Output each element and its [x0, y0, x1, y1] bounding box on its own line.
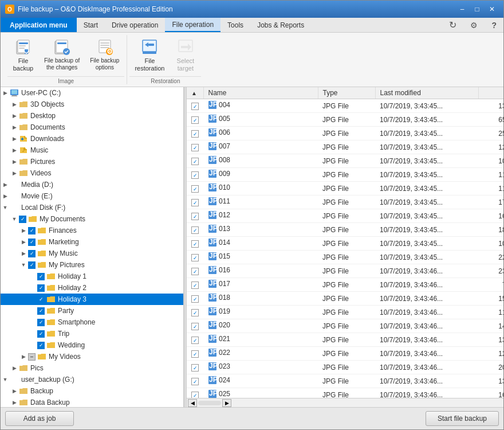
tree-checkbox[interactable]: ✓: [28, 250, 36, 257]
row-checkbox[interactable]: ✓: [191, 323, 199, 330]
file-backup-button[interactable]: File backup: [7, 35, 39, 75]
row-checkbox[interactable]: ✓: [191, 130, 199, 138]
tree-item-holiday3[interactable]: ▶✓Holiday 3: [1, 294, 183, 305]
tree-expand-icon[interactable]: ▶: [19, 237, 28, 247]
tree-expand-icon[interactable]: ▶: [19, 249, 28, 258]
table-row[interactable]: ✓JPG012JPG File10/7/2019, 3:43:45...166.…: [187, 209, 503, 223]
minimize-button[interactable]: –: [455, 3, 469, 15]
tree-item-smartphone[interactable]: ▶✓Smartphone: [1, 316, 183, 328]
row-check-cell[interactable]: ✓: [187, 237, 203, 251]
table-row[interactable]: ✓JPG006JPG File10/7/2019, 3:43:45...255.…: [187, 127, 503, 140]
row-checkbox[interactable]: ✓: [191, 144, 199, 151]
file-restoration-button[interactable]: Filerestoration: [129, 35, 170, 75]
row-check-cell[interactable]: ✓: [187, 113, 203, 127]
scroll-right-button[interactable]: ▶: [222, 399, 231, 407]
row-checkbox[interactable]: ✓: [191, 199, 199, 206]
tree-expand-icon[interactable]: ▶: [19, 226, 28, 235]
menu-item-app[interactable]: Application menu: [1, 18, 77, 32]
row-checkbox[interactable]: ✓: [191, 254, 199, 261]
tree-item-finances[interactable]: ▶✓Finances: [1, 225, 183, 236]
tree-item-my-pictures[interactable]: ▼✓My Pictures: [1, 259, 183, 271]
tree-expand-icon[interactable]: ▶: [10, 111, 19, 120]
tree-item-holiday2[interactable]: ▶✓Holiday 2: [1, 282, 183, 294]
col-header-modified[interactable]: Last modified: [375, 87, 478, 99]
row-check-cell[interactable]: ✓: [187, 196, 203, 209]
tree-item-pictures[interactable]: ▶Pictures: [1, 156, 183, 167]
tree-item-my-music[interactable]: ▶✓My Music: [1, 248, 183, 259]
tree-expand-icon[interactable]: ▶: [1, 88, 10, 97]
tree-item-user-pc[interactable]: ▶User-PC (C:): [1, 87, 183, 99]
table-row[interactable]: ✓JPG016JPG File10/7/2019, 3:43:46...233.…: [187, 264, 503, 278]
tree-item-media-d[interactable]: ▶Media (D:): [1, 179, 183, 190]
tree-expand-icon[interactable]: ▶: [10, 398, 19, 407]
col-header-type[interactable]: Type: [318, 87, 375, 99]
row-check-cell[interactable]: ✓: [187, 374, 203, 388]
tree-item-videos[interactable]: ▶Videos: [1, 167, 183, 179]
tree-item-data-backup[interactable]: ▶Data Backup: [1, 397, 183, 407]
row-check-cell[interactable]: ✓: [187, 292, 203, 306]
tree-item-movie-e[interactable]: ▶Movie (E:): [1, 190, 183, 202]
menu-item-file-operation[interactable]: File operation: [165, 18, 220, 32]
toolbar-help-button[interactable]: ?: [485, 18, 503, 32]
row-checkbox[interactable]: ✓: [191, 116, 199, 124]
table-row[interactable]: ✓JPG015JPG File10/7/2019, 3:43:45...224.…: [187, 251, 503, 264]
tree-item-documents[interactable]: ▶Documents: [1, 122, 183, 133]
table-row[interactable]: ✓JPG025JPG File10/7/2019, 3:43:46...162.…: [187, 388, 503, 398]
tree-expand-icon[interactable]: ▼: [10, 214, 19, 224]
tree-expand-icon[interactable]: ▶: [19, 352, 28, 361]
tree-checkbox[interactable]: ✓: [37, 296, 45, 303]
table-row[interactable]: ✓JPG014JPG File10/7/2019, 3:43:45...102.…: [187, 237, 503, 251]
tree-item-my-videos[interactable]: ▶–My Videos: [1, 351, 183, 362]
scroll-left-button[interactable]: ◀: [188, 399, 197, 407]
tree-expand-icon[interactable]: ▶: [10, 363, 19, 373]
tree-expand-icon[interactable]: ▶: [10, 100, 19, 109]
tree-item-party[interactable]: ▶✓Party: [1, 305, 183, 316]
menu-item-drive-operation[interactable]: Drive operation: [105, 18, 165, 32]
tree-item-my-documents[interactable]: ▼✓My Documents: [1, 213, 183, 225]
tree-checkbox[interactable]: –: [28, 353, 36, 361]
table-row[interactable]: ✓JPG005JPG File10/7/2019, 3:43:45...655.…: [187, 113, 503, 127]
tree-item-wedding[interactable]: ▶✓Wedding: [1, 339, 183, 351]
tree-checkbox[interactable]: ✓: [37, 307, 45, 315]
row-check-cell[interactable]: ✓: [187, 99, 203, 113]
row-checkbox[interactable]: ✓: [191, 240, 199, 248]
horizontal-scrollbar[interactable]: ◀ ▶: [187, 398, 503, 407]
tree-item-user-backup-g[interactable]: ▼user_backup (G:): [1, 374, 183, 385]
tree-checkbox[interactable]: ✓: [37, 284, 45, 292]
row-checkbox[interactable]: ✓: [191, 213, 199, 220]
row-check-cell[interactable]: ✓: [187, 168, 203, 182]
row-check-cell[interactable]: ✓: [187, 388, 203, 398]
table-row[interactable]: ✓JPG013JPG File10/7/2019, 3:43:45...183.…: [187, 223, 503, 237]
tree-expand-icon[interactable]: ▶: [1, 180, 10, 189]
tree-expand-icon[interactable]: ▼: [1, 375, 10, 384]
tree-expand-icon[interactable]: ▶: [10, 169, 19, 178]
table-row[interactable]: ✓JPG004JPG File10/7/2019, 3:43:45...136.…: [187, 99, 503, 113]
tree-expand-icon[interactable]: ▼: [19, 260, 28, 269]
toolbar-refresh-button[interactable]: ↻: [442, 18, 463, 32]
tree-checkbox[interactable]: ✓: [37, 330, 45, 338]
col-header-size[interactable]: S: [478, 87, 503, 99]
table-row[interactable]: ✓JPG021JPG File10/7/2019, 3:43:46...132.…: [187, 333, 503, 347]
file-backup-changes-button[interactable]: File backup ofthe changes: [39, 35, 85, 75]
row-checkbox[interactable]: ✓: [191, 268, 199, 275]
tree-expand-icon[interactable]: ▶: [10, 134, 19, 143]
menu-item-jobs-reports[interactable]: Jobs & Reports: [250, 18, 311, 32]
table-row[interactable]: ✓JPG011JPG File10/7/2019, 3:43:45...175.…: [187, 196, 503, 209]
row-checkbox[interactable]: ✓: [191, 226, 199, 234]
tree-item-music[interactable]: ▶♪Music: [1, 144, 183, 156]
file-backup-options-button[interactable]: ⚙ File backupoptions: [85, 35, 124, 75]
tree-item-3d-objects[interactable]: ▶3D Objects: [1, 99, 183, 110]
tree-checkbox[interactable]: ✓: [28, 239, 36, 246]
table-row[interactable]: ✓JPG024JPG File10/7/2019, 3:43:46...135.…: [187, 374, 503, 388]
table-row[interactable]: ✓JPG020JPG File10/7/2019, 3:43:46...147.…: [187, 319, 503, 333]
row-check-cell[interactable]: ✓: [187, 154, 203, 168]
table-row[interactable]: ✓JPG008JPG File10/7/2019, 3:43:45...109.…: [187, 154, 503, 168]
row-check-cell[interactable]: ✓: [187, 251, 203, 264]
menu-item-start[interactable]: Start: [77, 18, 105, 32]
table-row[interactable]: ✓JPG019JPG File10/7/2019, 3:43:46...118.…: [187, 306, 503, 319]
tree-expand-icon[interactable]: ▶: [10, 157, 19, 166]
tree-checkbox[interactable]: ✓: [37, 319, 45, 326]
row-check-cell[interactable]: ✓: [187, 361, 203, 374]
close-button[interactable]: ✕: [485, 3, 499, 15]
tree-checkbox[interactable]: ✓: [37, 342, 45, 349]
